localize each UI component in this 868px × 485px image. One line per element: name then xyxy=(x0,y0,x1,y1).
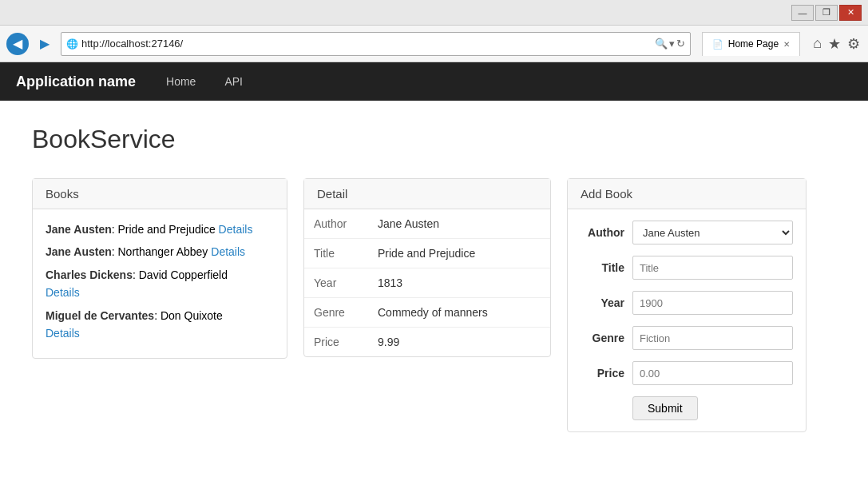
table-row: Author Jane Austen xyxy=(304,209,550,239)
year-label: Year xyxy=(581,296,624,309)
detail-value-title: Pride and Prejudice xyxy=(368,239,550,268)
detail-panel-body: Author Jane Austen Title Pride and Preju… xyxy=(304,209,550,356)
price-label: Price xyxy=(581,367,624,380)
details-link[interactable]: Details xyxy=(46,286,80,299)
list-item: Jane Austen: Northanger Abbey Details xyxy=(46,243,274,260)
url-input[interactable] xyxy=(81,38,652,50)
add-book-panel: Add Book Author Jane Austen Charles Dick… xyxy=(567,178,807,432)
refresh-icon[interactable]: ↻ xyxy=(676,38,685,50)
genre-field-row: Genre xyxy=(581,326,793,350)
table-row: Title Pride and Prejudice xyxy=(304,239,550,268)
books-panel: Books Jane Austen: Pride and Prejudice D… xyxy=(32,178,287,359)
table-row: Price 9.99 xyxy=(304,328,550,357)
books-panel-header: Books xyxy=(33,179,287,209)
detail-value-year: 1813 xyxy=(368,268,550,298)
dropdown-icon[interactable]: ▾ xyxy=(669,38,675,50)
address-bar: 🌐 🔍 ▾ ↻ xyxy=(61,32,691,56)
app-name: Application name xyxy=(16,74,136,90)
address-icon: 🌐 xyxy=(66,38,78,50)
table-row: Genre Commedy of manners xyxy=(304,298,550,328)
home-icon[interactable]: ⌂ xyxy=(811,34,823,54)
back-button[interactable]: ◀ xyxy=(6,33,29,55)
favorites-icon[interactable]: ★ xyxy=(826,34,842,54)
main-content: BookService Books Jane Austen: Pride and… xyxy=(0,101,868,485)
minimize-button[interactable]: — xyxy=(791,5,814,21)
details-link[interactable]: Details xyxy=(211,245,245,258)
submit-button[interactable]: Submit xyxy=(632,396,698,420)
author-field-row: Author Jane Austen Charles Dickens Migue… xyxy=(581,221,793,244)
details-link[interactable]: Details xyxy=(46,327,80,340)
browser-tab[interactable]: 📄 Home Page ✕ xyxy=(702,32,800,56)
settings-icon[interactable]: ⚙ xyxy=(846,34,862,54)
browser-frame: — ❒ ✕ ◀ ▶ 🌐 🔍 ▾ ↻ 📄 Home Page ✕ ⌂ ★ xyxy=(0,0,868,485)
browser-actions: ⌂ ★ ⚙ xyxy=(811,34,862,54)
detail-label-price: Price xyxy=(304,328,368,357)
detail-label-author: Author xyxy=(304,209,368,239)
year-input[interactable] xyxy=(632,291,793,315)
nav-link-api[interactable]: API xyxy=(218,72,249,91)
book-author: Miguel de Cervantes xyxy=(46,309,154,322)
panels: Books Jane Austen: Pride and Prejudice D… xyxy=(32,178,836,432)
title-field-row: Title xyxy=(581,256,793,280)
book-author: Jane Austen xyxy=(46,223,112,236)
list-item: Jane Austen: Pride and Prejudice Details xyxy=(46,221,274,238)
books-panel-body: Jane Austen: Pride and Prejudice Details… xyxy=(33,209,287,358)
detail-panel: Detail Author Jane Austen Title Pride an… xyxy=(303,178,551,357)
detail-value-price: 9.99 xyxy=(368,328,550,357)
add-book-panel-header: Add Book xyxy=(568,179,806,209)
browser-toolbar: ◀ ▶ 🌐 🔍 ▾ ↻ 📄 Home Page ✕ ⌂ ★ ⚙ xyxy=(0,26,868,62)
list-item: Charles Dickens: David Copperfield Detai… xyxy=(46,266,274,302)
price-field-row: Price xyxy=(581,361,793,385)
author-label: Author xyxy=(581,226,624,239)
maximize-button[interactable]: ❒ xyxy=(815,5,838,21)
detail-table: Author Jane Austen Title Pride and Preju… xyxy=(304,209,550,356)
genre-input[interactable] xyxy=(632,326,793,350)
detail-value-genre: Commedy of manners xyxy=(368,298,550,328)
book-author: Jane Austen xyxy=(46,245,112,258)
title-input[interactable] xyxy=(632,256,793,280)
page-title: BookService xyxy=(32,125,836,154)
forward-button[interactable]: ▶ xyxy=(34,33,56,55)
year-field-row: Year xyxy=(581,291,793,315)
detail-label-genre: Genre xyxy=(304,298,368,328)
close-button[interactable]: ✕ xyxy=(839,5,862,21)
details-link[interactable]: Details xyxy=(219,223,253,236)
book-author: Charles Dickens xyxy=(46,268,133,281)
address-actions: 🔍 ▾ ↻ xyxy=(655,38,685,50)
title-bar: — ❒ ✕ xyxy=(0,0,868,26)
add-book-panel-body: Author Jane Austen Charles Dickens Migue… xyxy=(568,209,806,431)
detail-label-year: Year xyxy=(304,268,368,298)
search-icon[interactable]: 🔍 xyxy=(655,38,668,50)
tab-icon: 📄 xyxy=(712,39,723,50)
title-bar-buttons: — ❒ ✕ xyxy=(791,5,862,21)
table-row: Year 1813 xyxy=(304,268,550,298)
tab-title: Home Page xyxy=(728,38,779,50)
list-item: Miguel de Cervantes: Don Quixote Details xyxy=(46,307,274,343)
detail-value-author: Jane Austen xyxy=(368,209,550,239)
genre-label: Genre xyxy=(581,332,624,344)
author-select[interactable]: Jane Austen Charles Dickens Miguel de Ce… xyxy=(632,221,793,244)
price-input[interactable] xyxy=(632,361,793,385)
detail-panel-header: Detail xyxy=(304,179,550,209)
nav-link-home[interactable]: Home xyxy=(160,72,202,91)
tab-close-button[interactable]: ✕ xyxy=(783,40,790,49)
title-label: Title xyxy=(581,261,624,274)
app-navbar: Application name Home API xyxy=(0,62,868,101)
detail-label-title: Title xyxy=(304,239,368,268)
tab-bar: 📄 Home Page ✕ xyxy=(702,32,800,56)
